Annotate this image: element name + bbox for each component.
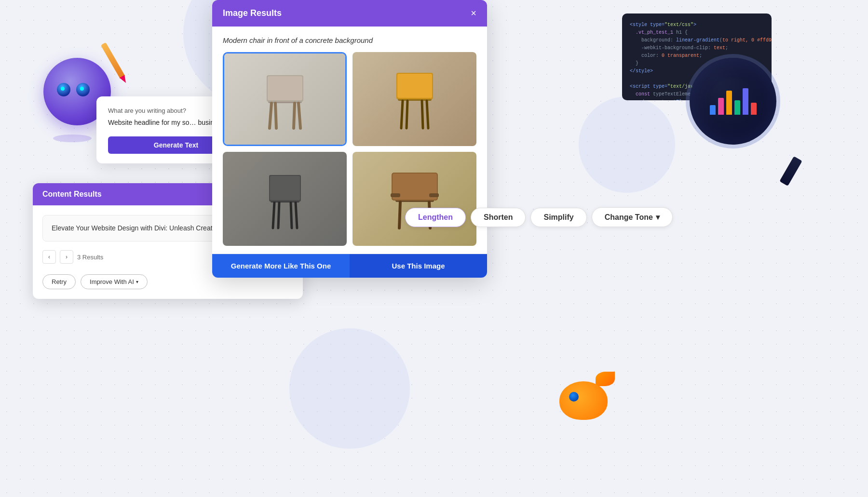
- fish-fin: [596, 372, 615, 386]
- svg-rect-26: [391, 193, 400, 197]
- image-results-modal: Image Results × Modern chair in front of…: [212, 0, 487, 278]
- simplify-button[interactable]: Simplify: [530, 208, 586, 227]
- svg-line-15: [273, 202, 274, 228]
- svg-line-10: [407, 101, 407, 128]
- image-results-footer: Generate More Like This One Use This Ima…: [212, 254, 487, 278]
- svg-line-17: [278, 202, 279, 228]
- change-tone-caret: ▾: [656, 213, 660, 222]
- pill-buttons-row: Lengthen Shorten Simplify Change Tone ▾: [405, 207, 673, 227]
- image-query: Modern chair in front of a concrete back…: [223, 36, 476, 44]
- chair-image-3: [223, 152, 347, 246]
- bar-chart-1: [710, 105, 716, 115]
- fish-body: [559, 381, 608, 420]
- bar-chart-5: [743, 88, 748, 115]
- bar-chart-3: [726, 91, 732, 115]
- robot-eye-right: [76, 83, 90, 96]
- magnifier-handle: [779, 156, 802, 186]
- svg-line-9: [427, 101, 428, 128]
- chair-image-2: [353, 52, 476, 146]
- code-line: .vt_ph_test_1 h1 {: [630, 29, 764, 37]
- svg-line-8: [401, 101, 403, 128]
- svg-line-11: [422, 101, 423, 128]
- svg-rect-13: [397, 74, 432, 98]
- bar-chart-6: [751, 103, 757, 115]
- svg-line-2: [298, 103, 300, 128]
- image-results-title: Image Results: [223, 8, 282, 18]
- improve-with-ai-button[interactable]: Improve With AI ▾: [81, 274, 148, 289]
- code-line: background: linear-gradient(to right, 0 …: [630, 37, 764, 44]
- use-image-button[interactable]: Use This Image: [350, 254, 487, 278]
- bar-chart-2: [718, 98, 724, 115]
- magnifier-bars: [710, 88, 757, 115]
- shorten-button[interactable]: Shorten: [471, 208, 526, 227]
- change-tone-label: Change Tone: [605, 213, 653, 222]
- image-cell-2[interactable]: [353, 52, 476, 146]
- image-results-header: Image Results ×: [212, 0, 487, 27]
- change-tone-button[interactable]: Change Tone ▾: [592, 207, 673, 227]
- bar-chart-4: [734, 100, 740, 115]
- image-cell-3[interactable]: [223, 152, 347, 246]
- retry-button[interactable]: Retry: [42, 274, 76, 289]
- svg-line-4: [294, 103, 295, 128]
- nav-prev-button[interactable]: ‹: [42, 250, 56, 264]
- image-cell-4[interactable]: [353, 152, 476, 246]
- nav-next-button[interactable]: ›: [60, 250, 73, 264]
- nav-arrows: ‹ › 3 Results: [42, 250, 103, 264]
- fish-mascot: [550, 372, 617, 430]
- fish-eye: [569, 392, 579, 402]
- improve-label: Improve With AI: [90, 278, 134, 285]
- content-results-title: Content Results: [42, 190, 102, 199]
- code-line: <style type="text/css">: [630, 21, 764, 29]
- generate-more-button[interactable]: Generate More Like This One: [212, 254, 350, 278]
- svg-line-18: [291, 202, 292, 228]
- svg-line-1: [270, 103, 271, 128]
- code-line: -webkit-background-clip: text;: [630, 44, 764, 52]
- chair-image-4: [353, 152, 476, 246]
- svg-rect-20: [270, 176, 300, 200]
- image-cell-1[interactable]: [223, 52, 347, 146]
- magnifier-circle: [690, 58, 776, 145]
- robot-shadow: [53, 134, 92, 142]
- results-count: 3 Results: [77, 254, 103, 261]
- image-results-close-button[interactable]: ×: [471, 8, 476, 19]
- svg-rect-27: [429, 193, 439, 197]
- svg-line-3: [275, 103, 276, 128]
- content-footer: Retry Improve With AI ▾: [33, 274, 303, 299]
- chair-image-1: [224, 54, 345, 145]
- magnifier-mascot: [690, 58, 805, 174]
- svg-line-22: [399, 202, 400, 228]
- svg-line-16: [296, 202, 297, 228]
- svg-rect-6: [268, 76, 302, 100]
- lengthen-button[interactable]: Lengthen: [405, 208, 466, 227]
- improve-caret: ▾: [136, 279, 138, 284]
- robot-eye-left: [57, 83, 70, 96]
